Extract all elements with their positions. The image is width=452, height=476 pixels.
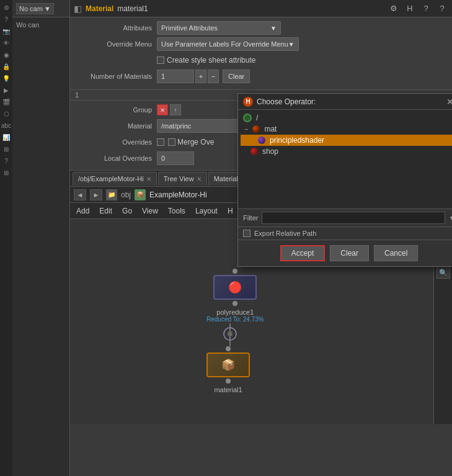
icon-data[interactable]: 📊 [1, 132, 11, 142]
mat-ball-icon [252, 125, 260, 133]
shader-ball-icon [258, 137, 265, 144]
dialog-tree: / − mat principledshader shop [238, 110, 452, 209]
tree-item-shader-label: principledshader [270, 136, 324, 145]
override-menu-value: Use Parameter Labels For Override Menu [161, 40, 288, 48]
node-material-body[interactable]: 📦 [206, 353, 250, 377]
cam-selector[interactable]: No cam ▼ [16, 3, 54, 14]
icon-bottom[interactable]: ? [1, 156, 11, 166]
tab-obj-close[interactable]: ✕ [146, 176, 151, 182]
num-materials-row: Number of Materials + − Clear [76, 70, 446, 83]
tree-item-mat-label: mat [264, 125, 277, 133]
shop-ball-icon [250, 148, 258, 155]
collapse-icon: − [244, 125, 248, 133]
menu-h[interactable]: H [225, 205, 236, 217]
dialog-filter-row: Filter ▼ [238, 209, 452, 227]
topbar-close-icon[interactable]: ? [436, 2, 448, 15]
menu-layout[interactable]: Layout [193, 205, 220, 217]
icon-obj[interactable]: ◉ [1, 50, 11, 60]
node-polyreduce-body[interactable]: 🔴 [213, 275, 257, 300]
tree-item-root-label: / [256, 114, 258, 122]
local-overrides-input[interactable] [157, 151, 194, 165]
icon-view[interactable]: 👁 [1, 38, 11, 48]
overrides-checkbox-item [157, 138, 164, 146]
node-material[interactable]: 📦 material1 [206, 346, 250, 393]
menu-tools[interactable]: Tools [166, 205, 188, 217]
icon-misc[interactable]: ⊞ [1, 144, 11, 154]
clear-button-dialog[interactable]: Clear [330, 245, 369, 261]
merge-overrides-label: Merge Ove [177, 138, 214, 146]
ne-btn-zoom-out[interactable]: 🔍 [436, 266, 450, 279]
tab-obj-examplemotor[interactable]: /obj/ExampleMotor-Hi ✕ [73, 172, 157, 186]
node-polyreduce[interactable]: 🔴 polyreduce1 Reduced To: 24.73% [206, 269, 264, 323]
topbar-h-icon[interactable]: H [404, 2, 416, 15]
num-materials-input[interactable] [157, 70, 194, 83]
node-material-bottom-dot [226, 379, 231, 384]
stylesheet-checkbox[interactable] [157, 56, 164, 64]
group-controls: ✕ ↑ [157, 104, 181, 115]
wo-can-label: Wo can [15, 20, 67, 30]
icon-grid[interactable]: ⊞ [1, 168, 11, 177]
icon-anim[interactable]: ▶ [1, 85, 11, 95]
icon-render[interactable]: 🎬 [1, 97, 11, 107]
tab-obj-label: /obj/ExampleMotor-Hi [78, 175, 144, 182]
tab-tree-label: Tree View [164, 175, 194, 182]
topbar-settings-icon[interactable]: ⚙ [388, 2, 400, 15]
cam-label: No cam [19, 5, 43, 12]
num-materials-plus[interactable]: + [195, 70, 206, 83]
attributes-dropdown-arrow: ▼ [270, 25, 277, 32]
icon-camera[interactable]: 📷 [1, 26, 11, 36]
node-polyreduce-icon: 🔴 [228, 281, 242, 294]
tree-item-shop[interactable]: shop [241, 146, 452, 157]
breadcrumb-obj: obj [121, 191, 131, 199]
material-label: Material [76, 122, 157, 130]
svg-point-6 [228, 331, 233, 336]
nav-forward-btn[interactable]: ► [90, 189, 102, 200]
icon-abc[interactable]: abc [1, 120, 11, 130]
override-menu-arrow: ▼ [288, 41, 295, 48]
node-material-label: material1 [214, 386, 242, 393]
icon-settings[interactable]: ⚙ [1, 2, 11, 12]
menu-edit[interactable]: Edit [97, 205, 115, 217]
accept-button[interactable]: Accept [280, 245, 326, 261]
dialog-close-btn[interactable]: ✕ [445, 97, 452, 107]
cancel-button[interactable]: Cancel [374, 245, 418, 261]
dialog-title-text: Choose Operator: [257, 97, 441, 106]
tab-tree-close[interactable]: ✕ [197, 176, 202, 182]
attributes-label: Attributes [76, 24, 157, 32]
merge-overrides-checkbox[interactable] [168, 138, 175, 146]
tree-item-root[interactable]: / [241, 112, 452, 123]
export-checkbox[interactable] [243, 230, 250, 237]
icon-help[interactable]: ? [1, 14, 11, 24]
overrides-checkbox[interactable] [157, 138, 164, 146]
group-up-btn[interactable]: ↑ [170, 104, 181, 115]
merge-overrides-item: Merge Ove [168, 138, 214, 146]
tree-item-minus[interactable]: − mat [241, 123, 452, 135]
menu-view[interactable]: View [140, 205, 161, 217]
dialog-export-row: Export Relative Path [238, 227, 452, 240]
dialog-titlebar: H Choose Operator: ✕ [238, 94, 452, 110]
filter-dropdown-arrow[interactable]: ▼ [449, 215, 452, 222]
tree-item-principledshader[interactable]: principledshader [241, 135, 452, 146]
clear-button-top[interactable]: Clear [223, 70, 250, 83]
globe-icon [243, 114, 252, 122]
override-menu-row: Override Menu Use Parameter Labels For O… [76, 37, 446, 51]
tree-item-shop-label: shop [262, 147, 278, 156]
icon-light[interactable]: 💡 [1, 73, 11, 83]
nav-back-btn[interactable]: ◄ [74, 189, 86, 200]
menu-go[interactable]: Go [120, 205, 135, 217]
filter-label: Filter [243, 214, 258, 222]
icon-net[interactable]: ⬡ [1, 109, 11, 119]
attributes-dropdown[interactable]: Primitive Attributes ▼ [157, 21, 281, 35]
tab-tree-view[interactable]: Tree View ✕ [158, 172, 207, 186]
num-materials-minus[interactable]: − [208, 70, 219, 83]
icon-lock[interactable]: 🔒 [1, 61, 11, 71]
menu-add[interactable]: Add [74, 205, 92, 217]
filter-input-area[interactable] [262, 212, 445, 224]
group-label: Group [76, 106, 157, 114]
group-remove-btn[interactable]: ✕ [157, 104, 168, 115]
override-menu-dropdown[interactable]: Use Parameter Labels For Override Menu ▼ [157, 37, 299, 51]
topbar-help-icon[interactable]: ? [420, 2, 432, 15]
material-topbar: ◧ Material material1 ⚙ H ? ? [70, 0, 452, 17]
node-material-icon: 📦 [221, 358, 235, 372]
material-panel-name: material1 [117, 4, 148, 13]
